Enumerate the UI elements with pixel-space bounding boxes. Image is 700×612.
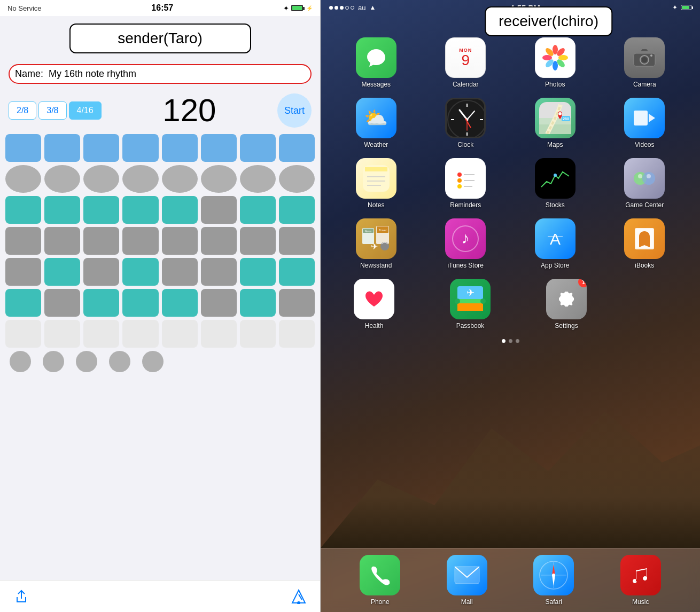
app-calendar[interactable]: MON 9 Calendar [433, 37, 497, 88]
cell-7-5[interactable] [162, 320, 198, 348]
cell-6-4[interactable] [122, 289, 158, 317]
cell-3-5[interactable] [162, 196, 198, 224]
cell-5-3[interactable] [83, 258, 119, 286]
app-appstore[interactable]: A App Store [523, 218, 587, 269]
cell-2-6[interactable] [201, 165, 237, 193]
cell-4-6[interactable] [201, 227, 237, 255]
app-clock[interactable]: Clock [433, 98, 497, 148]
cell-4-7[interactable] [240, 227, 276, 255]
dock-mail[interactable]: Mail [435, 555, 499, 606]
cell-2-1[interactable] [5, 165, 41, 193]
share-button[interactable] [13, 588, 30, 605]
start-button[interactable]: Start [277, 93, 312, 128]
cell-3-4[interactable] [122, 196, 158, 224]
cell-3-6[interactable] [201, 196, 237, 224]
bottom-toolbar [0, 580, 320, 612]
cell-4-4[interactable] [122, 227, 158, 255]
cell-6-8[interactable] [279, 289, 315, 317]
cell-3-8[interactable] [279, 196, 315, 224]
cell-5-4[interactable] [122, 258, 158, 286]
metronome-button[interactable] [290, 588, 307, 605]
cell-3-3[interactable] [83, 196, 119, 224]
cell-1-6[interactable] [201, 134, 237, 162]
app-newsstand[interactable]: News Travel ✈ Newsstand [344, 218, 408, 269]
status-bar-left: No Service 16:57 ✦ ⚡ [0, 0, 320, 16]
cell-4-5[interactable] [162, 227, 198, 255]
cell-5-8[interactable] [279, 258, 315, 286]
cell-3-2[interactable] [44, 196, 80, 224]
cell-6-2[interactable] [44, 289, 80, 317]
cell-6-3[interactable] [83, 289, 119, 317]
cell-2-5[interactable] [162, 165, 198, 193]
cell-3-1[interactable] [5, 196, 41, 224]
cell-3-7[interactable] [240, 196, 276, 224]
cell-2-8[interactable] [279, 165, 315, 193]
cell-4-8[interactable] [279, 227, 315, 255]
name-input[interactable] [49, 68, 305, 80]
cell-1-8[interactable] [279, 134, 315, 162]
cell-7-6[interactable] [201, 320, 237, 348]
cell-8-4[interactable] [109, 351, 130, 372]
cell-1-7[interactable] [240, 134, 276, 162]
cell-1-5[interactable] [162, 134, 198, 162]
cell-4-2[interactable] [44, 227, 80, 255]
app-photos[interactable]: Photos [523, 37, 587, 88]
app-camera[interactable]: Camera [612, 37, 676, 88]
app-gamecenter[interactable]: Game Center [612, 158, 676, 209]
cell-2-2[interactable] [44, 165, 80, 193]
dock-music[interactable]: Music [609, 555, 673, 606]
cell-1-1[interactable] [5, 134, 41, 162]
cell-5-5[interactable] [162, 258, 198, 286]
cell-8-3[interactable] [76, 351, 97, 372]
app-reminders[interactable]: Reminders [433, 158, 497, 209]
cell-7-1[interactable] [5, 320, 41, 348]
cell-6-5[interactable] [162, 289, 198, 317]
cell-7-8[interactable] [279, 320, 315, 348]
phone-label: Phone [371, 598, 390, 606]
cell-1-4[interactable] [122, 134, 158, 162]
app-settings[interactable]: 1 Settings [534, 279, 598, 329]
app-messages[interactable]: Messages [344, 37, 408, 88]
cell-7-2[interactable] [44, 320, 80, 348]
app-passbook[interactable]: ✈ Passbook [438, 279, 502, 329]
cell-1-3[interactable] [83, 134, 119, 162]
cell-7-3[interactable] [83, 320, 119, 348]
cell-5-6[interactable] [201, 258, 237, 286]
app-notes[interactable]: Notes [344, 158, 408, 209]
app-videos[interactable]: Videos [612, 98, 676, 148]
cell-7-7[interactable] [240, 320, 276, 348]
dock-phone[interactable]: Phone [348, 555, 412, 606]
app-weather[interactable]: ⛅ Weather [344, 98, 408, 148]
cell-4-3[interactable] [83, 227, 119, 255]
cell-6-6[interactable] [201, 289, 237, 317]
cell-2-3[interactable] [83, 165, 119, 193]
cell-8-5[interactable] [142, 351, 164, 372]
cell-5-1[interactable] [5, 258, 41, 286]
app-maps[interactable]: 280 Maps [523, 98, 587, 148]
beat-btn-3-8[interactable]: 3/8 [38, 101, 66, 120]
cell-7-4[interactable] [122, 320, 158, 348]
svg-point-74 [480, 299, 486, 304]
cell-2-4[interactable] [122, 165, 158, 193]
page-dot-2[interactable] [509, 339, 512, 343]
app-health[interactable]: Health [342, 279, 406, 329]
cell-1-2[interactable] [44, 134, 80, 162]
cell-4-1[interactable] [5, 227, 41, 255]
cell-8-1[interactable] [10, 351, 31, 372]
page-dot-3[interactable] [516, 339, 519, 343]
app-ibooks[interactable]: iBooks [612, 218, 676, 269]
cell-5-2[interactable] [44, 258, 80, 286]
receiver-label: receiver(Ichiro) [485, 6, 612, 36]
app-itunes[interactable]: ♪ iTunes Store [433, 218, 497, 269]
cell-8-2[interactable] [43, 351, 64, 372]
cell-5-7[interactable] [240, 258, 276, 286]
app-stocks[interactable]: Stocks [523, 158, 587, 209]
beat-btn-2-8[interactable]: 2/8 [9, 101, 36, 120]
cell-6-7[interactable] [240, 289, 276, 317]
beat-btn-4-16[interactable]: 4/16 [69, 101, 102, 120]
cell-6-1[interactable] [5, 289, 41, 317]
bluetooth-icon-left: ✦ [283, 4, 289, 12]
page-dot-1[interactable] [502, 339, 505, 343]
dock-safari[interactable]: Safari [522, 555, 586, 606]
cell-2-7[interactable] [240, 165, 276, 193]
